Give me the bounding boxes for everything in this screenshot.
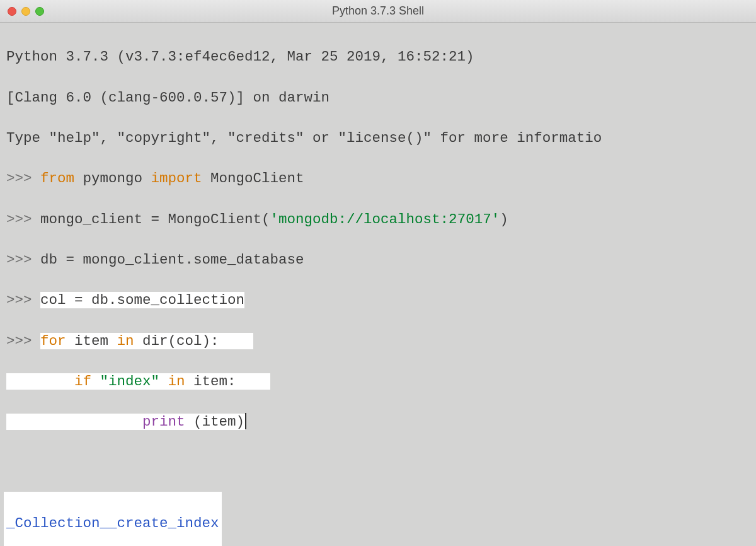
code-text: col = db.some_collection	[40, 292, 244, 308]
code-line: >>> from pymongo import MongoClient	[6, 168, 750, 189]
code-text: pymongo	[74, 170, 151, 187]
keyword-if: if	[74, 373, 91, 390]
code-text	[6, 414, 142, 430]
code-text: item	[66, 333, 117, 349]
prompt: >>>	[6, 211, 40, 228]
output-block: _Collection__create_index create_index c…	[4, 492, 222, 546]
string-literal: "index"	[100, 373, 160, 390]
banner-line: Python 3.7.3 (v3.7.3:ef4ec6ed12, Mar 25 …	[6, 47, 750, 67]
highlighted-code: print (item)	[6, 414, 246, 430]
text-cursor	[245, 413, 246, 429]
code-text: mongo_client = MongoClient(	[40, 211, 270, 228]
banner-line: Type "help", "copyright", "credits" or "…	[6, 128, 750, 148]
code-line: >>> for item in dir(col):	[6, 331, 750, 351]
code-line: >>> col = db.some_collection	[6, 290, 750, 310]
code-text	[91, 373, 100, 390]
prompt: >>>	[6, 333, 40, 349]
highlighted-code: col = db.some_collection	[40, 292, 244, 308]
shell-content[interactable]: Python 3.7.3 (v3.7.3:ef4ec6ed12, Mar 25 …	[0, 23, 756, 546]
highlighted-code: if "index" in item:	[6, 373, 270, 390]
prompt: >>>	[6, 292, 40, 308]
code-text: item:	[185, 373, 236, 390]
code-text	[6, 373, 74, 390]
minimize-window-button[interactable]	[21, 7, 30, 16]
keyword-in: in	[117, 333, 134, 349]
keyword-in: in	[168, 373, 185, 390]
traffic-lights	[8, 7, 44, 16]
close-window-button[interactable]	[8, 7, 16, 16]
string-literal: 'mongodb://localhost:27017'	[270, 211, 500, 228]
code-line: >>> db = mongo_client.some_database	[6, 250, 750, 270]
builtin-print: print	[142, 414, 185, 430]
code-text: MongoClient	[202, 170, 304, 187]
keyword-import: import	[151, 170, 202, 187]
window-title: Python 3.7.3 Shell	[332, 4, 424, 18]
maximize-window-button[interactable]	[35, 7, 44, 16]
code-text: dir(col):	[134, 333, 219, 349]
highlighted-code: for item in dir(col):	[40, 333, 253, 349]
code-line: print (item)	[6, 412, 750, 432]
code-text: (item)	[185, 414, 245, 430]
code-line: if "index" in item:	[6, 371, 750, 392]
keyword-from: from	[40, 170, 74, 187]
code-text: db = mongo_client.some_database	[40, 252, 304, 268]
keyword-for: for	[40, 333, 66, 349]
code-text	[159, 373, 168, 390]
prompt: >>>	[6, 252, 40, 268]
code-text: )	[500, 211, 508, 228]
titlebar: Python 3.7.3 Shell	[0, 0, 756, 23]
output-line: _Collection__create_index	[6, 513, 219, 533]
prompt: >>>	[6, 170, 40, 187]
banner-line: [Clang 6.0 (clang-600.0.57)] on darwin	[6, 88, 750, 108]
code-line: >>> mongo_client = MongoClient('mongodb:…	[6, 209, 750, 229]
